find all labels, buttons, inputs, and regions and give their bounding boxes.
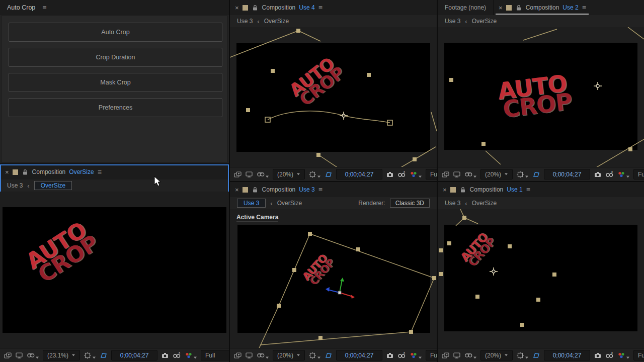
auto-crop-button[interactable]: Auto Crop (9, 23, 222, 42)
viewer-overlay[interactable] (230, 209, 437, 348)
mask-crop-button[interactable]: Mask Crop (9, 73, 222, 92)
tab-composition-use1[interactable]: × Composition Use 1 ≡ (438, 182, 535, 197)
snapshot-icon[interactable] (594, 351, 602, 359)
grid-guides-icon[interactable] (308, 170, 316, 178)
tab-composition-use2[interactable]: × Composition Use 2 ≡ (494, 0, 591, 15)
snapshot-icon[interactable] (386, 170, 394, 178)
primary-viewer-icon[interactable] (453, 170, 461, 178)
nav-current-comp[interactable]: OverSize (277, 200, 302, 207)
channels-icon[interactable] (410, 351, 418, 359)
resolution-dropdown[interactable]: Full (426, 350, 437, 360)
resolution-dropdown[interactable]: Full (426, 169, 437, 179)
snapshot-icon[interactable] (594, 170, 602, 178)
tab-composition-use3[interactable]: × Composition Use 3 ≡ (230, 182, 327, 197)
nav-back-comp[interactable]: Use 3 (237, 199, 266, 208)
channels-icon[interactable] (185, 351, 193, 359)
channels-icon[interactable] (617, 351, 625, 359)
always-preview-icon[interactable] (4, 351, 12, 359)
chevron-left-icon[interactable]: ‹ (465, 200, 467, 207)
close-icon[interactable]: × (443, 186, 447, 194)
close-icon[interactable]: × (235, 4, 239, 12)
resolution-dropdown[interactable]: Full (633, 350, 644, 360)
mask-visibility-icon[interactable] (325, 351, 333, 359)
panel-menu-icon[interactable]: ≡ (42, 4, 46, 12)
current-time[interactable]: 0;00;04;27 (111, 350, 157, 360)
viewer-overlay[interactable] (438, 209, 644, 348)
current-time[interactable]: 0;00;04;27 (336, 350, 382, 360)
tab-footage-none[interactable]: Footage (none) (438, 0, 494, 15)
panel-menu-icon[interactable]: ≡ (318, 186, 322, 194)
chevron-left-icon[interactable]: ‹ (465, 18, 467, 25)
auto-crop-titlebar[interactable]: Auto Crop ≡ (0, 0, 229, 15)
magnification-dropdown[interactable]: (23.1%) (43, 350, 80, 360)
nav-back-comp[interactable]: Use 3 (237, 18, 253, 25)
composition-viewport[interactable]: AUTOCROP (230, 27, 437, 167)
primary-viewer-icon[interactable] (15, 351, 23, 359)
nav-current-comp[interactable]: OverSize (472, 18, 497, 25)
show-snapshot-icon[interactable] (173, 351, 181, 359)
nav-current-comp[interactable]: OverSize (264, 18, 289, 25)
view-options-icon[interactable] (257, 351, 265, 359)
snapshot-icon[interactable] (386, 351, 394, 359)
view-options-icon[interactable] (464, 351, 472, 359)
chevron-left-icon[interactable]: ‹ (270, 200, 272, 207)
resolution-dropdown[interactable]: Full (201, 350, 229, 360)
show-snapshot-icon[interactable] (397, 170, 406, 178)
chevron-left-icon[interactable]: ‹ (257, 18, 259, 25)
primary-viewer-icon[interactable] (245, 351, 253, 359)
snapshot-icon[interactable] (161, 351, 169, 359)
primary-viewer-icon[interactable] (245, 170, 253, 178)
nav-current-comp[interactable]: OverSize (472, 200, 497, 207)
show-snapshot-icon[interactable] (605, 170, 614, 178)
nav-back-comp[interactable]: Use 3 (445, 18, 460, 25)
renderer-button[interactable]: Classic 3D (390, 199, 430, 208)
mask-visibility-icon[interactable] (532, 170, 540, 178)
channels-icon[interactable] (617, 170, 625, 178)
grid-guides-icon[interactable] (516, 351, 524, 359)
panel-menu-icon[interactable]: ≡ (526, 186, 530, 194)
composition-viewport[interactable]: AUTOCROP (438, 209, 644, 348)
nav-back-comp[interactable]: Use 3 (7, 182, 23, 189)
resolution-dropdown[interactable]: Full (633, 169, 644, 179)
viewer-overlay[interactable] (230, 27, 437, 167)
preferences-button[interactable]: Preferences (9, 98, 222, 117)
channels-icon[interactable] (410, 170, 418, 178)
panel-menu-icon[interactable]: ≡ (318, 4, 322, 12)
magnification-dropdown[interactable]: (20%) (273, 350, 305, 360)
always-preview-icon[interactable] (233, 351, 242, 359)
always-preview-icon[interactable] (233, 170, 242, 178)
current-time[interactable]: 0;00;04;27 (544, 350, 590, 360)
tab-composition-use4[interactable]: × Composition Use 4 ≡ (230, 0, 327, 15)
grid-guides-icon[interactable] (308, 351, 316, 359)
mask-visibility-icon[interactable] (100, 351, 108, 359)
magnification-dropdown[interactable]: (20%) (480, 350, 513, 360)
mask-visibility-icon[interactable] (325, 170, 333, 178)
show-snapshot-icon[interactable] (397, 351, 406, 359)
view-name-label[interactable]: Active Camera (236, 214, 278, 222)
close-icon[interactable]: × (235, 186, 239, 194)
view-options-icon[interactable] (464, 170, 472, 178)
mask-visibility-icon[interactable] (532, 351, 540, 359)
nav-current-comp[interactable]: OverSize (34, 181, 72, 190)
current-time[interactable]: 0;00;04;27 (336, 169, 382, 179)
magnification-dropdown[interactable]: (20%) (273, 169, 305, 179)
primary-viewer-icon[interactable] (453, 351, 461, 359)
close-icon[interactable]: × (5, 168, 9, 176)
composition-viewport[interactable]: Active Camera AUTOCROP (230, 209, 437, 348)
magnification-dropdown[interactable]: (20%) (480, 169, 513, 179)
composition-viewport[interactable]: AUTOCROP (438, 27, 644, 167)
view-options-icon[interactable] (27, 351, 35, 359)
grid-guides-icon[interactable] (516, 170, 524, 178)
panel-menu-icon[interactable]: ≡ (98, 168, 101, 176)
view-options-icon[interactable] (257, 170, 265, 178)
nav-back-comp[interactable]: Use 3 (445, 200, 460, 207)
show-snapshot-icon[interactable] (605, 351, 614, 359)
close-icon[interactable]: × (499, 4, 503, 12)
panel-menu-icon[interactable]: ≡ (582, 4, 586, 12)
always-preview-icon[interactable] (441, 351, 449, 359)
crop-duration-button[interactable]: Crop Duration (9, 48, 222, 67)
always-preview-icon[interactable] (441, 170, 449, 178)
composition-viewport[interactable]: AUTOCROP (0, 192, 229, 348)
chevron-left-icon[interactable]: ‹ (27, 182, 29, 190)
tab-composition-oversize[interactable]: × Composition OverSize ≡ (0, 164, 106, 179)
